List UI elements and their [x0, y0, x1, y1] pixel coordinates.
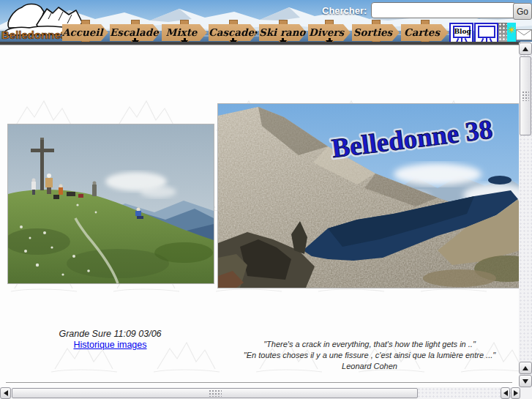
scroll-left-button-right[interactable] — [501, 387, 510, 399]
webcam-photo-grande-sure[interactable] — [7, 124, 214, 284]
search-input[interactable] — [371, 2, 516, 18]
webcam-caption: Grande Sure 11:09 03/06 — [7, 329, 213, 339]
horizontal-scroll-thumb[interactable] — [12, 388, 418, 398]
nav-item-label: Cascades — [209, 24, 252, 41]
scroll-right-button[interactable] — [511, 387, 520, 399]
wooden-sign-plank: Cartes — [401, 24, 449, 41]
scrollbar-corner — [520, 387, 532, 399]
scroll-left-button[interactable] — [0, 387, 11, 399]
search-label: Chercher: — [322, 5, 367, 16]
quote-line-en: "There's a crack in everything, that's h… — [220, 339, 520, 350]
snow-half-icon — [498, 23, 507, 42]
nav-item-label: Escalade — [110, 24, 154, 41]
scroll-up-button-top[interactable] — [519, 42, 532, 55]
slideshow-icon[interactable] — [474, 23, 498, 42]
nav-item-label: Cartes — [401, 24, 443, 41]
header-banner: Belledonne38 Chercher: Go AccueilEscalad… — [0, 0, 532, 42]
nav-item-escalade[interactable]: Escalade — [110, 24, 160, 41]
historique-images-link[interactable]: Historique images — [73, 340, 146, 350]
slideshow-screen — [478, 26, 495, 38]
mail-icon[interactable] — [516, 29, 532, 42]
nav-item-divers[interactable]: Divers — [308, 24, 351, 41]
historique-images-link-wrap: Historique images — [7, 340, 213, 350]
nav-item-sorties[interactable]: Sorties — [352, 24, 400, 41]
nav-item-label: Divers — [308, 24, 345, 41]
vertical-scroll-thumb[interactable] — [520, 56, 531, 135]
blog-icon-label: Blog — [453, 26, 471, 38]
quote-block: "There's a crack in everything, that's h… — [220, 339, 520, 372]
wooden-sign-plank: Accueil — [62, 24, 108, 41]
nav-item-cartes[interactable]: Cartes — [401, 24, 449, 41]
page-content: Grande Sure 11:09 03/06 Historique image… — [0, 45, 519, 387]
page: Belledonne38 Chercher: Go AccueilEscalad… — [0, 0, 532, 399]
wooden-sign-plank: Sorties — [352, 24, 400, 41]
blog-icon[interactable]: Blog — [449, 23, 473, 42]
nav-item-label: Sorties — [352, 24, 394, 41]
search-go-button[interactable]: Go — [513, 3, 532, 20]
nav-item-label: Accueil — [62, 24, 102, 41]
sun-half-icon: ☀ — [507, 23, 516, 42]
weather-icon[interactable]: ☀ — [498, 23, 516, 42]
nav-item-accueil[interactable]: Accueil — [62, 24, 108, 41]
nav-item-cascades[interactable]: Cascades — [209, 24, 258, 41]
horizontal-rule — [6, 382, 512, 384]
quote-author: Leonard Cohen — [220, 361, 520, 372]
scroll-down-button[interactable] — [519, 375, 532, 387]
nav-item-ski-rando[interactable]: Ski rando — [259, 24, 307, 41]
nav-item-label: Ski rando — [259, 24, 301, 41]
scroll-up-button-bottom[interactable] — [519, 362, 532, 374]
nav-item-label: Mixte — [162, 24, 201, 41]
nav-item-mixte[interactable]: Mixte — [162, 24, 207, 41]
quote-line-fr: "En toutes choses il y a une fissure , c… — [220, 350, 520, 361]
belledonne-banner-photo: Belledonne 38 Belledonne 38 — [217, 103, 521, 288]
